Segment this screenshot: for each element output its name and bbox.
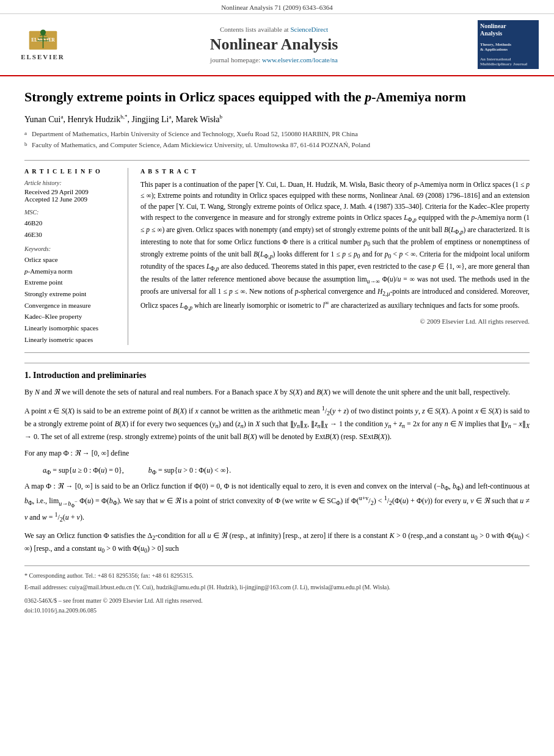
kw-5: Convergence in measure: [24, 300, 120, 311]
elsevier-label: ELSEVIER: [21, 53, 65, 60]
kw-7: Linearly isomorphic spaces: [24, 322, 120, 334]
sup-a2: a: [169, 114, 172, 120]
msc-section: MSC: 46B20 46E30: [24, 209, 120, 240]
msc-code-2: 46E30: [24, 229, 120, 241]
kw-8: Linearly isometric spaces: [24, 334, 120, 346]
sup-a1: a: [61, 114, 64, 120]
affil-text-a: Department of Mathematics, Harbin Univer…: [32, 129, 358, 140]
footnote-email: E-mail addresses: cuiya@mail.lrbust.edu.…: [24, 583, 530, 592]
affil-text-b: Faculty of Mathematics, and Computer Sci…: [32, 140, 370, 151]
journal-ref-text: Nonlinear Analysis 71 (2009) 6343–6364: [221, 4, 333, 11]
kw-6: Kadec–Klee property: [24, 311, 120, 322]
body-para2: A point x ∈ S(X) is said to be an extrem…: [24, 404, 530, 443]
accepted-date: Accepted 12 June 2009: [24, 195, 120, 203]
affil-sup-b: b: [24, 140, 29, 151]
journal-cover-box: NonlinearAnalysis Theory, Methods& Appli…: [478, 20, 539, 69]
kw-4: Strongly extreme point: [24, 288, 120, 300]
affil-line-b: b Faculty of Mathematics, and Computer S…: [24, 140, 530, 151]
body-para5: We say an Orlicz function Φ satisfies th…: [24, 530, 530, 556]
journal-main-title: Nonlinear Analysis: [210, 35, 338, 54]
sciencedirect-link[interactable]: ScienceDirect: [290, 26, 328, 33]
two-col-section: A R T I C L E I N F O Article history: R…: [24, 160, 530, 353]
footnote-corresponding: * Corresponding author. Tel.: +48 61 829…: [24, 571, 530, 581]
cover-info: An InternationalMultidisciplinary Journa…: [480, 57, 536, 67]
affil-line-a: a Department of Mathematics, Harbin Univ…: [24, 129, 530, 140]
abstract-header: A B S T R A C T: [140, 168, 530, 175]
body-para1: By N and ℜ we will denote the sets of na…: [24, 387, 530, 398]
msc-codes: 46B20 46E30: [24, 217, 120, 240]
issn-text: 0362-546X/$ – see front matter © 2009 El…: [24, 597, 203, 604]
keywords-label: Keywords:: [24, 245, 120, 252]
right-col: A B S T R A C T This paper is a continua…: [140, 168, 530, 345]
section1-body2: A map Φ : ℜ → [0, ∞] is said to be an Or…: [24, 481, 530, 556]
header-center: Contents lists available at ScienceDirec…: [79, 20, 468, 69]
affil-sup-a: a: [24, 129, 29, 140]
kw-2: p-Amemiya norm: [24, 266, 120, 277]
header-left: ELSEVIER ELSEVIER: [12, 20, 73, 69]
sup-b2: b: [219, 114, 222, 120]
cover-title: NonlinearAnalysis: [480, 23, 536, 37]
header-section: ELSEVIER ELSEVIER Contents lists availab…: [0, 14, 554, 76]
affiliations: a Department of Mathematics, Harbin Univ…: [24, 129, 530, 150]
math-right: bΦ = sup{u > 0 : Φ(u) < ∞}.: [148, 466, 231, 476]
page-wrapper: Nonlinear Analysis 71 (2009) 6343–6364 E…: [0, 0, 554, 756]
journal-ref-bar: Nonlinear Analysis 71 (2009) 6343–6364: [0, 0, 554, 14]
body-para3: For any map Φ : ℜ → [0, ∞] define: [24, 448, 530, 459]
article-info-header: A R T I C L E I N F O: [24, 168, 120, 175]
left-col: A R T I C L E I N F O Article history: R…: [24, 168, 128, 345]
math-left: aΦ = sup{u ≥ 0 : Φ(u) = 0},: [43, 466, 124, 476]
copyright-line: © 2009 Elsevier Ltd. All rights reserved…: [140, 318, 530, 325]
article-history-section: Article history: Received 29 April 2009 …: [24, 180, 120, 203]
cover-subtitle: Theory, Methods& Applications: [480, 42, 536, 53]
elsevier-tree-icon: ELSEVIER: [26, 29, 60, 52]
abstract-text: This paper is a continuation of the pape…: [140, 180, 530, 312]
sup-b1: b,*: [120, 114, 127, 120]
section-divider: [24, 363, 530, 363]
svg-point-3: [40, 30, 45, 35]
sciencedirect-line: Contents lists available at ScienceDirec…: [220, 26, 328, 33]
abstract-para: This paper is a continuation of the pape…: [140, 180, 530, 312]
issn-line: 0362-546X/$ – see front matter © 2009 El…: [24, 596, 530, 616]
keywords-section: Keywords: Orlicz space p-Amemiya norm Ex…: [24, 245, 120, 346]
section1-body: By N and ℜ we will denote the sets of na…: [24, 387, 530, 459]
footnotes-area: * Corresponding author. Tel.: +48 61 829…: [24, 565, 530, 616]
kw-1: Orlicz space: [24, 254, 120, 266]
kw-3: Extreme point: [24, 277, 120, 288]
journal-homepage-link[interactable]: www.elsevier.com/locate/na: [262, 56, 338, 64]
history-label: Article history:: [24, 180, 120, 186]
authors-line: Yunan Cuia, Henryk Hudzikb,*, Jingjing L…: [24, 114, 530, 125]
journal-homepage-line: journal homepage: www.elsevier.com/locat…: [210, 56, 338, 64]
doi-text: doi:10.1016/j.na.2009.06.085: [24, 607, 97, 614]
body-para4: A map Φ : ℜ → [0, ∞] is said to be an Or…: [24, 481, 530, 525]
article-title: Strongly extreme points in Orlicz spaces…: [24, 89, 530, 106]
header-right: NonlinearAnalysis Theory, Methods& Appli…: [475, 20, 542, 69]
math-display: aΦ = sup{u ≥ 0 : Φ(u) = 0}, bΦ = sup{u >…: [43, 466, 530, 476]
keywords-list: Orlicz space p-Amemiya norm Extreme poin…: [24, 254, 120, 346]
elsevier-logo: ELSEVIER ELSEVIER: [15, 28, 70, 62]
main-content: Strongly extreme points in Orlicz spaces…: [0, 76, 554, 628]
section1-heading: 1. Introduction and preliminaries: [24, 371, 530, 380]
msc-label: MSC:: [24, 209, 120, 216]
received-date: Received 29 April 2009: [24, 188, 120, 195]
msc-code-1: 46B20: [24, 217, 120, 229]
